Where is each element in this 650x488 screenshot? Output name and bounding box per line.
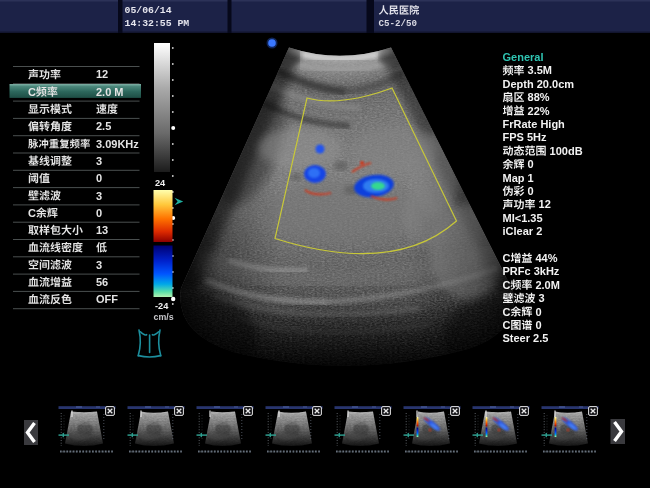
svg-text:3.5M: 3.5M <box>525 64 553 76</box>
svg-text:Steer 2.5: Steer 2.5 <box>503 332 549 344</box>
svg-text:0: 0 <box>525 185 534 197</box>
svg-text:C: C <box>503 319 511 331</box>
svg-text:C: C <box>503 306 511 318</box>
svg-text:3: 3 <box>536 292 545 304</box>
svg-text:C5-2/50: C5-2/50 <box>379 18 418 29</box>
svg-text:-24: -24 <box>155 301 169 311</box>
svg-text:Depth 20.0cm: Depth 20.0cm <box>503 78 575 90</box>
svg-text:12: 12 <box>536 198 551 210</box>
svg-text:0: 0 <box>96 207 102 219</box>
svg-text:22%: 22% <box>525 105 550 117</box>
svg-text:cm/s: cm/s <box>154 312 174 322</box>
svg-text:iClear 2: iClear 2 <box>503 225 543 237</box>
svg-text:0: 0 <box>96 172 102 184</box>
svg-text:05/06/14: 05/06/14 <box>125 5 172 16</box>
svg-text:13: 13 <box>96 224 108 236</box>
svg-text:Map 1: Map 1 <box>503 172 534 184</box>
svg-text:3: 3 <box>96 259 102 271</box>
svg-text:12: 12 <box>96 68 108 80</box>
svg-text:FPS 5Hz: FPS 5Hz <box>503 131 548 143</box>
svg-text:C: C <box>503 252 511 264</box>
svg-text:2.5: 2.5 <box>96 120 111 132</box>
svg-text:0: 0 <box>532 319 541 331</box>
svg-text:2.0 M: 2.0 M <box>96 86 124 98</box>
svg-text:88%: 88% <box>525 91 550 103</box>
svg-text:C: C <box>28 86 36 98</box>
svg-text:2.0M: 2.0M <box>532 279 560 291</box>
svg-text:0: 0 <box>532 306 541 318</box>
svg-text:C: C <box>503 279 511 291</box>
svg-text:General: General <box>503 51 544 63</box>
svg-text:3.09KHz: 3.09KHz <box>96 138 139 150</box>
svg-text:C: C <box>28 207 36 219</box>
svg-text:0: 0 <box>525 158 534 170</box>
svg-text:PRFc 3kHz: PRFc 3kHz <box>503 265 560 277</box>
svg-text:14:32:55 PM: 14:32:55 PM <box>125 18 190 29</box>
svg-text:100dB: 100dB <box>547 145 583 157</box>
svg-text:24: 24 <box>155 178 166 188</box>
svg-text:44%: 44% <box>532 252 557 264</box>
svg-text:FrRate High: FrRate High <box>503 118 566 130</box>
svg-text:3: 3 <box>96 190 102 202</box>
svg-text:OFF: OFF <box>96 293 118 305</box>
svg-text:MI<1.35: MI<1.35 <box>503 212 543 224</box>
svg-text:56: 56 <box>96 276 108 288</box>
svg-text:3: 3 <box>96 155 102 167</box>
